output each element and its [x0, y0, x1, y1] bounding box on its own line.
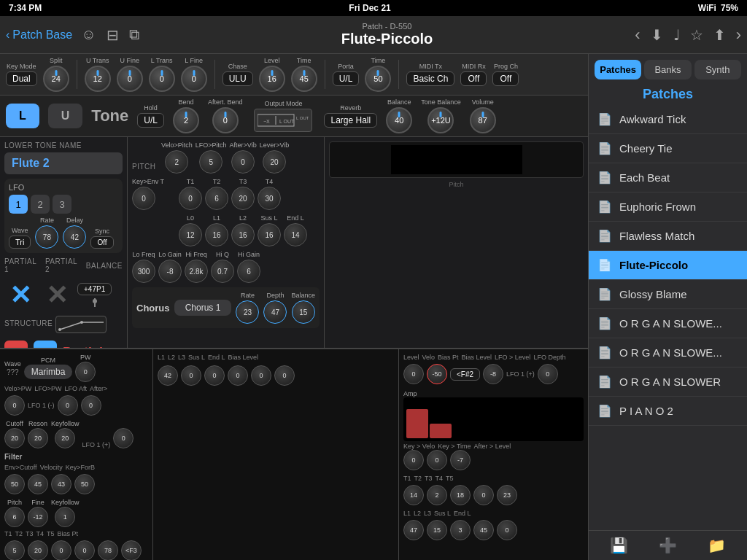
midi-tx-value[interactable]: Basic Ch — [406, 71, 454, 86]
bl-t5-knob[interactable]: 78 — [98, 540, 118, 560]
partial1-x[interactable]: ✕ — [4, 279, 36, 311]
br-l1-knob[interactable]: 47 — [403, 520, 424, 540]
lever-vib-knob[interactable]: 20 — [263, 150, 286, 174]
bc-l2[interactable]: 0 — [181, 365, 201, 386]
output-mode-display[interactable]: −X L OUT L OUT — [254, 109, 312, 132]
sidebar-item-awkward-tick[interactable]: 📄 Awkward Tick — [589, 105, 747, 134]
br-t1-knob[interactable]: 14 — [403, 485, 424, 505]
bias-pt-value[interactable]: <F#2 — [450, 368, 480, 381]
split-knob[interactable]: 24 — [43, 66, 69, 92]
hi-q-knob[interactable]: 0.7 — [211, 260, 234, 283]
balance-knob[interactable]: 40 — [386, 107, 412, 133]
sidebar-item-glossy-blame[interactable]: 📄 Glossy Blame — [589, 280, 747, 309]
lfo-rate-knob[interactable]: 78 — [35, 225, 58, 249]
keyfollow2-knob[interactable]: 1 — [55, 507, 75, 527]
sidebar-item-cheery-tie[interactable]: 📄 Cheery Tie — [589, 134, 747, 163]
key-velo-knob[interactable]: 0 — [403, 450, 424, 470]
reson-knob[interactable]: 20 — [28, 428, 48, 448]
smiley-icon[interactable]: ☺ — [81, 26, 96, 44]
bc-l1[interactable]: 42 — [158, 365, 178, 386]
lower-tone-name[interactable]: Flute 2 — [4, 152, 123, 174]
br-endl-knob[interactable]: 0 — [497, 520, 517, 540]
prev-patch-button[interactable]: ‹ — [635, 26, 640, 44]
hi-freq-knob[interactable]: 2.8k — [185, 260, 208, 283]
after-vib-knob[interactable]: 0 — [231, 150, 255, 174]
br-t2-knob[interactable]: 2 — [427, 485, 447, 505]
lfo-delay-knob[interactable]: 42 — [63, 225, 86, 249]
tab-banks[interactable]: Banks — [644, 60, 691, 79]
hold-value[interactable]: U/L — [137, 113, 164, 128]
copy-icon[interactable]: ⧉ — [129, 26, 139, 44]
lfo-wave-value[interactable]: Tri — [9, 236, 31, 249]
pcm-value-bl[interactable]: Marimba — [24, 365, 73, 379]
t4-knob[interactable]: 30 — [258, 187, 281, 210]
l2-knob[interactable]: 16 — [231, 223, 255, 246]
next-patch-button[interactable]: › — [736, 26, 741, 44]
br-t3-knob[interactable]: 18 — [450, 485, 471, 505]
br-susl-knob[interactable]: 45 — [473, 520, 494, 540]
partial2-x[interactable]: ✕ — [41, 279, 73, 311]
sidebar-item-each-beat[interactable]: 📄 Each Beat — [589, 163, 747, 192]
keyfollow-knob[interactable]: 20 — [55, 428, 75, 448]
l0-knob[interactable]: 12 — [179, 223, 202, 246]
aftert-bend-knob[interactable]: 0 — [212, 107, 239, 133]
key-time-knob[interactable]: 0 — [427, 450, 447, 470]
l1-knob[interactable]: 16 — [205, 223, 228, 246]
tab-synth[interactable]: Synth — [694, 60, 741, 79]
bc-biaslevel[interactable]: 0 — [274, 365, 295, 386]
prog-ch-value[interactable]: Off — [492, 71, 519, 86]
sidebar-item-organ-1[interactable]: 📄 O R G A N SLOWE... — [589, 309, 747, 338]
bias-level-knob[interactable]: -8 — [483, 364, 503, 384]
lfo-num-1[interactable]: 1 — [9, 195, 28, 214]
t1-knob[interactable]: 0 — [179, 187, 202, 210]
bc-l3[interactable]: 0 — [204, 365, 225, 386]
sidebar-item-piano-2[interactable]: 📄 P I A N O 2 — [589, 397, 747, 426]
br-l2-knob[interactable]: 15 — [427, 520, 447, 540]
lfo-cutoff-knob[interactable]: 0 — [113, 428, 133, 448]
chase-value[interactable]: ULU — [222, 71, 253, 86]
lfo-pitch-knob[interactable]: 5 — [199, 150, 222, 174]
lfo-p-num[interactable]: 0 — [58, 395, 78, 416]
t3-knob[interactable]: 20 — [231, 187, 255, 210]
sidebar-item-flute-piccolo[interactable]: 📄 Flute-Piccolo — [589, 251, 747, 280]
add-button[interactable]: ➕ — [659, 537, 677, 554]
velo-pitch-knob[interactable]: 2 — [165, 150, 188, 174]
pitch-knob[interactable]: 6 — [4, 507, 25, 527]
volume-knob[interactable]: 87 — [470, 107, 496, 133]
partial-num-1[interactable]: 1 — [4, 341, 28, 349]
velo-pw-knob[interactable]: 0 — [4, 395, 25, 416]
lfo-num-2[interactable]: 2 — [31, 195, 50, 214]
lfo-sync-value[interactable]: Off — [90, 236, 113, 249]
balance-value[interactable]: +47P1 — [77, 283, 112, 295]
bl-t1-knob[interactable]: 5 — [4, 540, 25, 560]
bl-biasp-knob[interactable]: <F3 — [121, 540, 142, 560]
sidebar-item-euphoric-frown[interactable]: 📄 Euphoric Frown — [589, 192, 747, 222]
u-fine-knob[interactable]: 0 — [117, 66, 143, 92]
partial-num-2[interactable]: 2 — [34, 341, 57, 349]
tab-patches[interactable]: Patches — [595, 60, 641, 79]
after-num[interactable]: 0 — [81, 395, 101, 416]
after-level-knob[interactable]: -7 — [450, 450, 471, 470]
end-l-knob[interactable]: 14 — [284, 223, 307, 246]
lfo-depth-knob[interactable]: 0 — [538, 364, 558, 384]
l-button[interactable]: L — [6, 104, 39, 128]
u-button[interactable]: U — [48, 104, 83, 128]
br-t5-knob[interactable]: 23 — [497, 485, 517, 505]
chorus-rate-knob[interactable]: 23 — [236, 300, 259, 324]
level-knob-br[interactable]: 0 — [403, 364, 424, 384]
sidebar-item-organ-2[interactable]: 📄 O R G A N SLOWE... — [589, 338, 747, 368]
back-button[interactable]: ‹ Patch Base — [6, 28, 72, 42]
save-button[interactable]: 💾 — [610, 537, 628, 554]
t2-knob[interactable]: 6 — [205, 187, 228, 210]
bc-endl[interactable]: 0 — [251, 365, 271, 386]
bc-susl[interactable]: 0 — [228, 365, 248, 386]
chorus-depth-knob[interactable]: 47 — [263, 300, 287, 324]
br-t4-knob[interactable]: 0 — [473, 485, 494, 505]
pw-knob[interactable]: 0 — [75, 362, 96, 382]
cutoff-knob[interactable]: 20 — [4, 428, 25, 448]
chorus-value[interactable]: Chorus 1 — [174, 300, 232, 316]
lfo-num-3[interactable]: 3 — [53, 195, 71, 214]
velo-knob-br[interactable]: -50 — [427, 364, 447, 384]
env-cutoff-knob[interactable]: 50 — [4, 474, 25, 494]
l-fine-knob[interactable]: 0 — [181, 66, 207, 92]
